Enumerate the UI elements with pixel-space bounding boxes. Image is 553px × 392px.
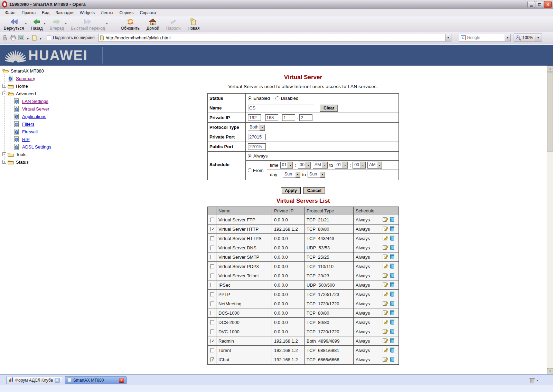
- back-button[interactable]: ▼ Назад: [28, 18, 45, 31]
- url-field[interactable]: http://modem/hwhtml/pMain.html ▼: [98, 34, 451, 41]
- private-ip-octet-4[interactable]: [299, 114, 312, 121]
- row-checkbox[interactable]: [210, 348, 214, 353]
- row-checkbox[interactable]: [210, 255, 214, 259]
- delete-icon[interactable]: [390, 328, 394, 335]
- dropdown-arrow-icon[interactable]: ▼: [39, 38, 42, 40]
- menu-item-ленты[interactable]: Ленты: [98, 10, 116, 16]
- minimize-button[interactable]: [527, 1, 535, 8]
- time-to-hour-select[interactable]: 01▼: [335, 162, 348, 169]
- row-checkbox[interactable]: [210, 292, 214, 297]
- row-checkbox[interactable]: [210, 218, 214, 222]
- menu-item-справка[interactable]: Справка: [137, 10, 159, 16]
- row-checkbox[interactable]: [210, 311, 214, 315]
- cancel-button[interactable]: Cancel: [303, 187, 325, 194]
- row-checkbox[interactable]: [210, 357, 214, 362]
- edit-icon[interactable]: [383, 282, 388, 288]
- expand-toggle-icon[interactable]: +: [2, 160, 6, 164]
- status-enabled-radio[interactable]: [248, 96, 252, 101]
- schedule-always-radio[interactable]: [248, 154, 252, 158]
- sidebar-item-virtual-server[interactable]: Virtual Server: [2, 105, 92, 113]
- dropdown-arrow-icon[interactable]: ▼: [27, 38, 29, 40]
- delete-icon[interactable]: [390, 273, 394, 279]
- public-port-input[interactable]: [248, 143, 266, 150]
- sidebar-item-filters[interactable]: Filters: [2, 120, 92, 128]
- time-from-minute-select[interactable]: 00▼: [298, 162, 311, 169]
- sidebar-link-label[interactable]: RIP: [22, 137, 30, 142]
- rewind-button[interactable]: ▼ Вернуться: [1, 18, 26, 31]
- day-to-select[interactable]: Sun▼: [308, 171, 325, 178]
- delete-icon[interactable]: [390, 263, 394, 270]
- tab-forum[interactable]: Форум АДСЛ Клуба :: О... ×: [6, 376, 62, 384]
- row-checkbox[interactable]: [210, 246, 214, 250]
- page-style-icon[interactable]: [32, 35, 37, 41]
- zoom-dropdown-button[interactable]: ▼: [535, 35, 541, 41]
- expand-toggle-icon[interactable]: +: [2, 152, 6, 156]
- menu-item-файл[interactable]: Файл: [2, 10, 19, 16]
- tab-close-icon[interactable]: ×: [119, 378, 124, 383]
- delete-icon[interactable]: [390, 217, 394, 223]
- close-button[interactable]: ×: [544, 1, 552, 8]
- schedule-from-radio[interactable]: [248, 168, 252, 172]
- delete-icon[interactable]: [390, 356, 394, 363]
- day-from-select[interactable]: Sun▼: [283, 171, 300, 178]
- menu-item-правка[interactable]: Правка: [19, 10, 39, 16]
- restore-button[interactable]: [536, 1, 543, 8]
- fast-forward-button[interactable]: ▼ Быстрый переход: [68, 18, 107, 31]
- row-checkbox[interactable]: [210, 274, 214, 278]
- menu-item-сервис[interactable]: Сервис: [116, 10, 137, 16]
- delete-icon[interactable]: [390, 235, 394, 242]
- edit-icon[interactable]: [383, 273, 388, 279]
- sidebar-item-rip[interactable]: RIP: [2, 135, 92, 143]
- edit-icon[interactable]: [383, 338, 388, 344]
- delete-icon[interactable]: [390, 310, 394, 316]
- search-field[interactable]: G Google ▼: [459, 34, 511, 41]
- time-to-minute-select[interactable]: 00▼: [353, 162, 366, 169]
- edit-icon[interactable]: [383, 254, 388, 260]
- edit-icon[interactable]: [383, 235, 388, 242]
- dropdown-arrow-icon[interactable]: ▼: [25, 22, 27, 25]
- edit-icon[interactable]: [383, 291, 388, 298]
- home-button[interactable]: Домой: [144, 18, 162, 31]
- edit-icon[interactable]: [383, 328, 388, 335]
- edit-icon[interactable]: [383, 245, 388, 251]
- sidebar-link-label[interactable]: Summary: [16, 76, 35, 81]
- delete-icon[interactable]: [390, 300, 394, 307]
- sidebar-link-label[interactable]: Filters: [22, 122, 34, 127]
- delete-icon[interactable]: [390, 347, 394, 354]
- sidebar-item-summary[interactable]: Summary: [2, 75, 92, 82]
- time-from-ampm-select[interactable]: AM▼: [313, 162, 328, 169]
- fit-width-checkbox[interactable]: [47, 36, 51, 40]
- delete-icon[interactable]: [390, 245, 394, 251]
- scroll-up-button[interactable]: ▲: [547, 66, 553, 71]
- menu-item-widgets[interactable]: Widgets: [77, 10, 98, 16]
- status-disabled-radio[interactable]: [275, 96, 280, 101]
- sidebar-item-lan-settings[interactable]: LAN Settings: [2, 97, 92, 105]
- dropdown-arrow-icon[interactable]: ▼: [106, 22, 108, 25]
- search-dropdown-button[interactable]: ▼: [505, 34, 510, 41]
- padlock-icon[interactable]: [2, 35, 8, 41]
- edit-icon[interactable]: [383, 263, 388, 270]
- forward-button[interactable]: ▼ Вперед: [47, 18, 66, 31]
- row-checkbox[interactable]: [210, 339, 214, 343]
- delete-icon[interactable]: [390, 319, 394, 326]
- private-ip-octet-3[interactable]: [282, 114, 295, 121]
- private-port-input[interactable]: [248, 134, 266, 140]
- time-from-hour-select[interactable]: 01▼: [280, 162, 293, 169]
- apply-button[interactable]: Apply: [281, 187, 301, 194]
- sidebar-link-label[interactable]: Virtual Server: [22, 106, 49, 112]
- edit-icon[interactable]: [383, 217, 388, 223]
- row-checkbox[interactable]: [210, 283, 214, 287]
- row-checkbox[interactable]: [210, 320, 214, 325]
- passwords-button[interactable]: Пароли: [164, 18, 183, 31]
- sidebar-link-label[interactable]: Applications: [22, 114, 46, 119]
- time-to-ampm-select[interactable]: AM▼: [367, 162, 382, 169]
- menu-item-закладки[interactable]: Закладки: [53, 10, 77, 16]
- dropdown-arrow-icon[interactable]: ▼: [536, 379, 538, 382]
- row-checkbox[interactable]: [210, 236, 214, 241]
- expand-toggle-icon[interactable]: -: [2, 92, 6, 95]
- delete-icon[interactable]: [390, 338, 394, 344]
- row-checkbox[interactable]: [210, 227, 214, 231]
- menu-item-вид[interactable]: Вид: [39, 10, 53, 16]
- edit-icon[interactable]: [383, 226, 388, 232]
- dropdown-arrow-icon[interactable]: ▼: [65, 22, 67, 25]
